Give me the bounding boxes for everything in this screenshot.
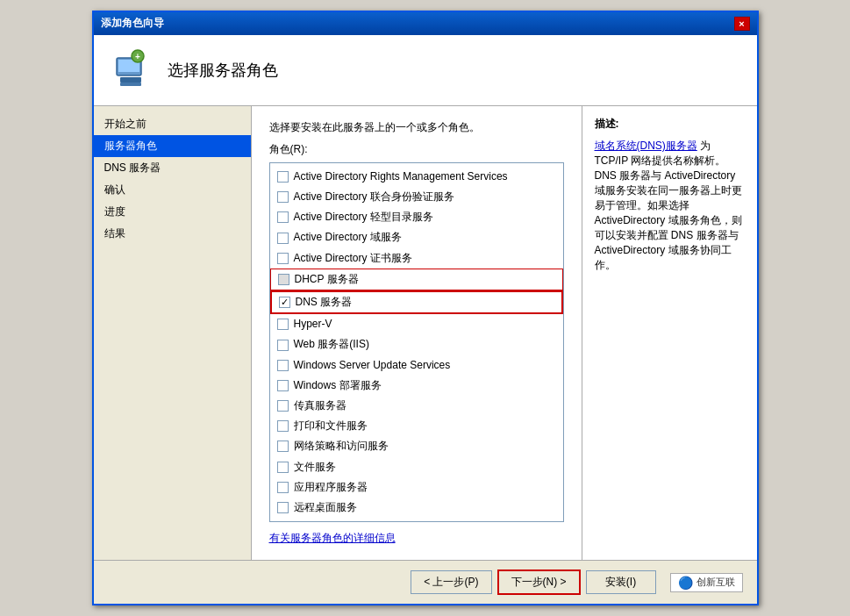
role-wsus[interactable]: Windows Server Update Services [270,355,563,376]
role-print[interactable]: 打印和文件服务 [270,416,563,436]
desc-link[interactable]: 域名系统(DNS)服务器 [595,140,697,152]
prev-button[interactable]: < 上一步(P) [411,570,491,594]
role-label-wds: Windows 部署服务 [294,377,382,394]
desc-text: 为 TCP/IP 网络提供名称解析。DNS 服务器与 ActiveDirecto… [595,140,742,271]
role-label-adcs: Active Directory 证书服务 [294,250,412,267]
role-label-rds: 远程桌面服务 [294,499,357,516]
role-label-fs: 文件服务 [294,459,336,476]
role-fs[interactable]: 文件服务 [270,457,563,477]
role-label-adfs: Active Directory 联合身份验证服务 [294,189,454,205]
instruction-text: 选择要安装在此服务器上的一个或多个角色。 [269,120,564,135]
checkbox-npas[interactable] [277,441,289,452]
main-panel: 选择要安装在此服务器上的一个或多个角色。 角色(R): Active Direc… [252,106,582,560]
checkbox-iis[interactable] [277,340,289,351]
main-window: 添加角色向导 × + 选择服务器角色 开始之前 服务器角色 DNS 服务器 确认… [92,11,759,605]
svg-rect-2 [120,77,141,82]
role-adlds[interactable]: Active Directory 轻型目录服务 [270,207,563,227]
checkbox-adds[interactable] [277,233,289,244]
checkbox-dhcp[interactable] [278,274,289,285]
role-dhcp[interactable]: DHCP 服务器 [270,269,563,290]
role-label-dhcp: DHCP 服务器 [295,271,359,288]
brand-logo: 🔵 创新互联 [670,573,743,592]
checkbox-print[interactable] [277,420,289,432]
svg-rect-3 [120,82,141,86]
content-area: 开始之前 服务器角色 DNS 服务器 确认 进度 结果 选择要安装在此服务器上的… [94,106,757,560]
role-label-npas: 网络策略和访问服务 [294,438,389,455]
role-wds[interactable]: Windows 部署服务 [270,376,563,396]
role-appserver[interactable]: 应用程序服务器 [270,477,563,498]
role-rds[interactable]: 远程桌面服务 [270,498,563,518]
sidebar-item-dns[interactable]: DNS 服务器 [94,157,251,179]
checkbox-adlds[interactable] [277,211,289,223]
role-label-hyperv: Hyper-V [294,316,332,333]
close-button[interactable]: × [734,17,750,31]
roles-list: Active Directory Rights Management Servi… [269,162,564,522]
role-label-print: 打印和文件服务 [294,418,368,434]
role-adrms[interactable]: Active Directory Rights Management Servi… [270,167,563,187]
description-panel: 描述: 域名系统(DNS)服务器 为 TCP/IP 网络提供名称解析。DNS 服… [582,106,757,560]
info-link[interactable]: 有关服务器角色的详细信息 [269,531,564,546]
role-label-iis: Web 服务器(IIS) [294,336,369,353]
sidebar-item-progress[interactable]: 进度 [94,201,251,223]
role-dns[interactable]: DNS 服务器 [270,290,563,314]
checkbox-appserver[interactable] [277,482,289,493]
checkbox-fax[interactable] [277,400,289,412]
role-label-wsus: Windows Server Update Services [294,357,451,374]
header-area: + 选择服务器角色 [94,35,757,106]
title-bar: 添加角色向导 × [94,12,757,35]
role-adds[interactable]: Active Directory 域服务 [270,227,563,247]
roles-label: 角色(R): [269,142,564,157]
role-label-adlds: Active Directory 轻型目录服务 [294,209,433,226]
window-title: 添加角色向导 [101,16,164,31]
role-label-dns: DNS 服务器 [296,294,353,311]
role-npas[interactable]: 网络策略和访问服务 [270,436,563,456]
svg-text:+: + [135,52,140,61]
checkbox-wds[interactable] [277,380,289,391]
sidebar-item-server-role[interactable]: 服务器角色 [94,135,251,157]
page-title: 选择服务器角色 [168,60,278,81]
role-iis[interactable]: Web 服务器(IIS) [270,334,563,355]
role-adcs[interactable]: Active Directory 证书服务 [270,248,563,269]
wizard-icon: + [111,49,154,91]
checkbox-adcs[interactable] [277,253,289,264]
next-button[interactable]: 下一步(N) > [497,569,581,595]
desc-title: 描述: [595,117,745,132]
brand-icon: 🔵 [678,576,693,590]
checkbox-rds[interactable] [277,502,289,513]
checkbox-adfs[interactable] [277,191,289,203]
sidebar: 开始之前 服务器角色 DNS 服务器 确认 进度 结果 [94,106,252,560]
role-adfs[interactable]: Active Directory 联合身份验证服务 [270,187,563,207]
footer-area: < 上一步(P) 下一步(N) > 安装(I) 🔵 创新互联 [94,560,757,604]
role-fax[interactable]: 传真服务器 [270,396,563,416]
sidebar-item-confirm[interactable]: 确认 [94,179,251,201]
sidebar-item-start[interactable]: 开始之前 [94,113,251,135]
role-hyperv[interactable]: Hyper-V [270,314,563,334]
checkbox-hyperv[interactable] [277,319,289,330]
role-label-fax: 传真服务器 [294,398,346,414]
role-label-appserver: 应用程序服务器 [294,479,368,496]
sidebar-item-result[interactable]: 结果 [94,223,251,245]
brand-text: 创新互联 [696,576,735,589]
desc-body: 域名系统(DNS)服务器 为 TCP/IP 网络提供名称解析。DNS 服务器与 … [595,139,745,273]
checkbox-dns[interactable] [279,297,290,308]
checkbox-adrms[interactable] [277,171,289,183]
checkbox-fs[interactable] [277,462,289,473]
install-button[interactable]: 安装(I) [586,570,656,594]
checkbox-wsus[interactable] [277,360,289,371]
role-label-adrms: Active Directory Rights Management Servi… [294,168,508,185]
role-label-adds: Active Directory 域服务 [294,229,402,246]
